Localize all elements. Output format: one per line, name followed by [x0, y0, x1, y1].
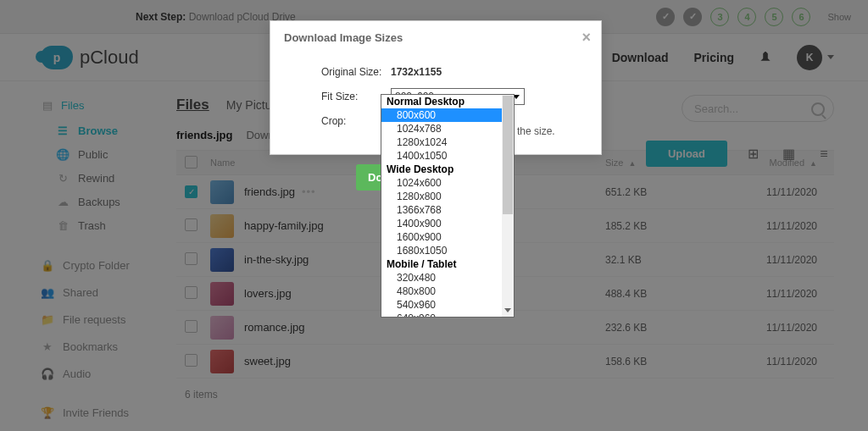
scroll-down-icon[interactable] [504, 307, 512, 315]
dropdown-option[interactable]: 1400x1050 [381, 149, 514, 163]
modal-title: Download Image Sizes [284, 31, 403, 44]
dropdown-option[interactable]: 1280x800 [381, 190, 514, 203]
dropdown-option[interactable]: 800x600 [381, 108, 514, 122]
original-size-label: Original Size: [321, 66, 391, 78]
dropdown-option[interactable]: 1024x768 [381, 122, 514, 135]
dropdown-option[interactable]: 1024x600 [381, 176, 514, 190]
scrollbar-thumb[interactable] [503, 96, 513, 214]
dropdown-option[interactable]: 1280x1024 [381, 135, 514, 149]
dropdown-group: Normal Desktop [381, 95, 514, 108]
dropdown-scrollbar[interactable] [502, 95, 514, 317]
modal-note: the size. [517, 125, 555, 137]
fit-size-dropdown[interactable]: Normal Desktop800x6001024x7681280x102414… [381, 94, 515, 318]
dropdown-option[interactable]: 1680x1050 [381, 244, 514, 257]
dropdown-group: Mobile / Tablet [381, 257, 514, 271]
dropdown-option[interactable]: 320x480 [381, 271, 514, 285]
dropdown-option[interactable]: 1366x768 [381, 203, 514, 217]
dropdown-group: Wide Desktop [381, 163, 514, 176]
dropdown-option[interactable]: 480x800 [381, 285, 514, 298]
dropdown-option[interactable]: 540x960 [381, 298, 514, 312]
close-icon[interactable]: × [581, 30, 591, 45]
dropdown-option[interactable]: 1400x900 [381, 217, 514, 230]
dropdown-option[interactable]: 1600x900 [381, 230, 514, 244]
dropdown-option[interactable]: 640x960 [381, 312, 514, 318]
original-size-value: 1732x1155 [391, 66, 442, 78]
